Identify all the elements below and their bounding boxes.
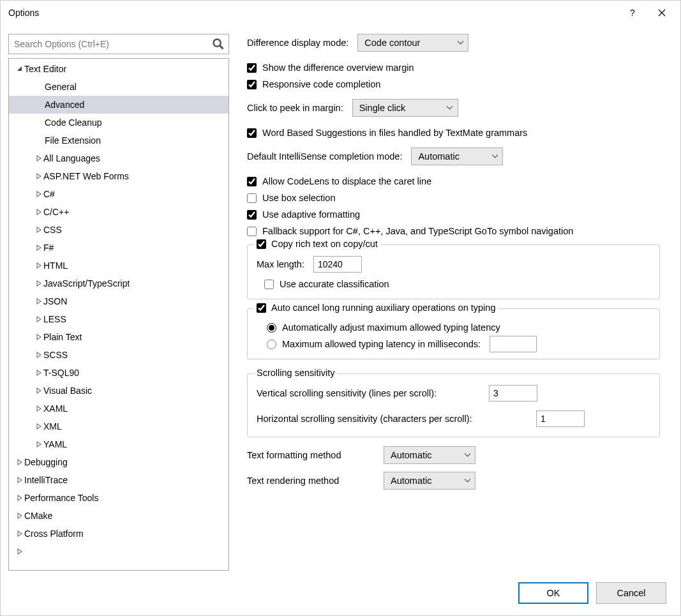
tree-item-perftools[interactable]: Performance Tools (9, 489, 228, 507)
expand-icon[interactable] (34, 190, 43, 199)
close-button[interactable] (647, 3, 677, 22)
tree-item-csharp[interactable]: C# (9, 185, 228, 203)
fieldset-copy-rich: Copy rich text on copy/cut Max length: U… (247, 244, 660, 299)
collapse-icon[interactable] (15, 64, 24, 73)
copy-rich-checkbox[interactable] (257, 239, 266, 249)
intellisense-label: Default IntelliSense completion mode: (247, 151, 402, 162)
scrolling-title: Scrolling sensitivity (254, 368, 338, 378)
adaptive-formatting-checkbox[interactable] (247, 210, 257, 220)
fallback-goto-checkbox[interactable] (247, 227, 257, 236)
formatting-method-select[interactable]: Automatic (384, 446, 475, 464)
peek-select[interactable]: Single click (352, 99, 458, 117)
expand-icon[interactable] (34, 225, 43, 234)
row-responsive-completion: Responsive code completion (247, 76, 660, 93)
expand-icon[interactable] (34, 243, 43, 252)
expand-icon[interactable] (15, 476, 24, 485)
expand-icon[interactable] (15, 458, 24, 467)
tree-item-xml[interactable]: XML (9, 417, 228, 435)
expand-icon[interactable] (34, 350, 43, 359)
tree-item-all-languages[interactable]: All Languages (9, 149, 228, 167)
intellisense-select[interactable]: Automatic (411, 147, 503, 165)
expand-icon[interactable] (34, 279, 43, 288)
row-box-selection: Use box selection (247, 190, 660, 206)
search-input[interactable] (9, 39, 212, 49)
expand-icon[interactable] (34, 154, 43, 163)
dialog-footer: OK Cancel (1, 571, 680, 615)
expand-icon[interactable] (34, 440, 43, 449)
help-button[interactable]: ? (618, 3, 647, 22)
tree-item-tsql[interactable]: T-SQL90 (9, 364, 228, 382)
allow-codelens-checkbox[interactable] (247, 177, 257, 186)
tree-item-text-editor[interactable]: Text Editor (9, 60, 228, 78)
tree-item-general[interactable]: General (9, 78, 228, 96)
tree-item-css[interactable]: CSS (9, 221, 228, 239)
options-tree-scroll[interactable]: Text Editor General Advanced Code Cleanu… (9, 59, 228, 570)
tree-item-xaml[interactable]: XAML (9, 400, 228, 417)
cancel-button[interactable]: Cancel (596, 582, 666, 604)
tree-item-cmake[interactable]: CMake (9, 507, 228, 525)
hscroll-input[interactable] (536, 410, 585, 427)
max-latency-input[interactable] (490, 336, 537, 352)
svg-point-0 (214, 40, 221, 47)
show-diff-margin-checkbox[interactable] (247, 63, 257, 73)
tree-item-json[interactable]: JSON (9, 292, 228, 310)
expand-icon[interactable] (34, 297, 43, 306)
options-tree: Text Editor General Advanced Code Cleanu… (8, 58, 229, 571)
responsive-completion-checkbox[interactable] (247, 80, 257, 89)
auto-adjust-radio[interactable] (267, 323, 276, 333)
row-max-length: Max length: (257, 255, 650, 273)
tree-item-debugging[interactable]: Debugging (9, 453, 228, 471)
diff-mode-select[interactable]: Code contour (357, 34, 468, 52)
tree-item-overflow[interactable] (9, 543, 228, 560)
row-intellisense: Default IntelliSense completion mode: Au… (247, 147, 660, 165)
max-length-input[interactable] (313, 256, 362, 273)
expand-icon[interactable] (15, 529, 24, 538)
tree-item-crossplatform[interactable]: Cross Platform (9, 525, 228, 543)
expand-icon[interactable] (34, 386, 43, 395)
row-rendering-method: Text rendering method Automatic (247, 472, 660, 490)
word-suggestions-checkbox[interactable] (247, 128, 257, 138)
expand-icon[interactable] (34, 172, 43, 181)
tree-item-aspnet[interactable]: ASP.NET Web Forms (9, 167, 228, 185)
tree-item-jsts[interactable]: JavaScript/TypeScript (9, 274, 228, 292)
expand-icon[interactable] (15, 493, 24, 502)
expand-icon[interactable] (34, 368, 43, 377)
tree-item-intellitrace[interactable]: IntelliTrace (9, 471, 228, 489)
tree-item-advanced[interactable]: Advanced (9, 96, 228, 114)
expand-icon[interactable] (34, 315, 43, 324)
expand-icon[interactable] (34, 207, 43, 216)
row-max-latency: Maximum allowed typing latency in millis… (257, 336, 650, 352)
tree-item-scss[interactable]: SCSS (9, 346, 228, 364)
expand-icon[interactable] (15, 547, 24, 556)
vscroll-input[interactable] (489, 385, 537, 402)
ok-button[interactable]: OK (518, 582, 588, 604)
tree-item-less[interactable]: LESS (9, 310, 228, 328)
expand-icon[interactable] (34, 261, 43, 270)
expand-icon[interactable] (34, 422, 43, 431)
search-icon (212, 38, 225, 50)
close-icon (658, 9, 666, 17)
auto-cancel-checkbox[interactable] (257, 303, 266, 313)
expand-icon[interactable] (34, 333, 43, 342)
tree-item-vb[interactable]: Visual Basic (9, 382, 228, 400)
tree-item-ccpp[interactable]: C/C++ (9, 203, 228, 221)
tree-item-yaml[interactable]: YAML (9, 435, 228, 453)
search-options[interactable] (8, 34, 229, 54)
diff-mode-label: Difference display mode: (247, 38, 348, 48)
tree-item-fsharp[interactable]: F# (9, 239, 228, 257)
vscroll-label: Vertical scrolling sensitivity (lines pe… (257, 388, 480, 398)
box-selection-checkbox[interactable] (247, 193, 257, 203)
max-latency-radio[interactable] (267, 340, 276, 349)
hscroll-label: Horizontal scrolling sensitivity (charac… (257, 414, 527, 424)
tree-item-file-extension[interactable]: File Extension (9, 131, 228, 149)
tree-item-code-cleanup[interactable]: Code Cleanup (9, 114, 228, 131)
accurate-classification-checkbox[interactable] (264, 280, 274, 289)
options-dialog: Options ? Text Editor General Ad (0, 0, 681, 616)
expand-icon[interactable] (34, 404, 43, 413)
tree-item-html[interactable]: HTML (9, 257, 228, 274)
row-allow-codelens: Allow CodeLens to displace the caret lin… (247, 173, 660, 190)
tree-item-plaintext[interactable]: Plain Text (9, 328, 228, 346)
rendering-method-select[interactable]: Automatic (384, 472, 475, 490)
expand-icon[interactable] (15, 511, 24, 520)
chevron-down-icon (463, 477, 471, 485)
